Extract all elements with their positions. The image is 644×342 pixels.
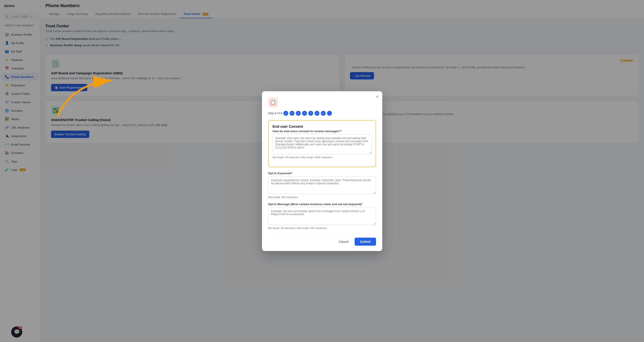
step-dot-7: ✓ [321,111,326,116]
optin-message-hint: Min length: 20 characters. Max length: 3… [268,227,376,229]
step-dot-8 [327,111,332,116]
step-label: Step 8 of 8 [268,112,282,115]
consent-hint: Min length: 40 characters. Max length: 2… [273,156,372,159]
consent-textarea[interactable] [273,134,372,154]
step-dot-1: ✓ [283,111,288,116]
step-dot-2: ✓ [290,111,294,116]
optin-message-section: Opt-in Message (Must contain business na… [268,202,376,229]
step-dot-6: ✓ [314,111,320,116]
step-dot-3: ✓ [296,111,301,116]
optin-message-textarea[interactable] [268,207,376,225]
optin-keywords-section: Opt-in Keywords* Max length: 255 charact… [268,171,376,198]
highlighted-consent-section: End user Consent How do end-users consen… [268,120,376,167]
end-user-consent-modal: × 📋 Step 8 of 8 ✓ ✓ ✓ ✓ ✓ ✓ ✓ End user C… [262,91,382,251]
optin-keywords-label: Opt-in Keywords* [268,171,376,175]
modal-overlay: × 📋 Step 8 of 8 ✓ ✓ ✓ ✓ ✓ ✓ ✓ End user C… [0,0,644,342]
modal-footer: Cancel Submit [268,234,376,246]
modal-title: End user Consent [273,125,372,129]
consent-form-section: How do end-users consent to receive mess… [273,130,372,159]
consent-label: How do end-users consent to receive mess… [273,130,372,133]
step-dots: ✓ ✓ ✓ ✓ ✓ ✓ ✓ [283,111,332,116]
step-dot-4: ✓ [302,111,307,116]
modal-close-button[interactable]: × [376,94,379,99]
optin-keywords-textarea[interactable] [268,176,376,194]
step-indicator: Step 8 of 8 ✓ ✓ ✓ ✓ ✓ ✓ ✓ [268,111,376,116]
submit-button[interactable]: Submit [355,238,376,246]
step-dot-5: ✓ [308,111,313,116]
modal-icon: 📋 [268,97,278,107]
cancel-button[interactable]: Cancel [335,238,352,246]
optin-keywords-hint: Max length: 255 characters. [268,196,376,198]
arrow-annotation [44,67,120,129]
optin-message-label: Opt-in Message (Must contain business na… [268,202,376,206]
